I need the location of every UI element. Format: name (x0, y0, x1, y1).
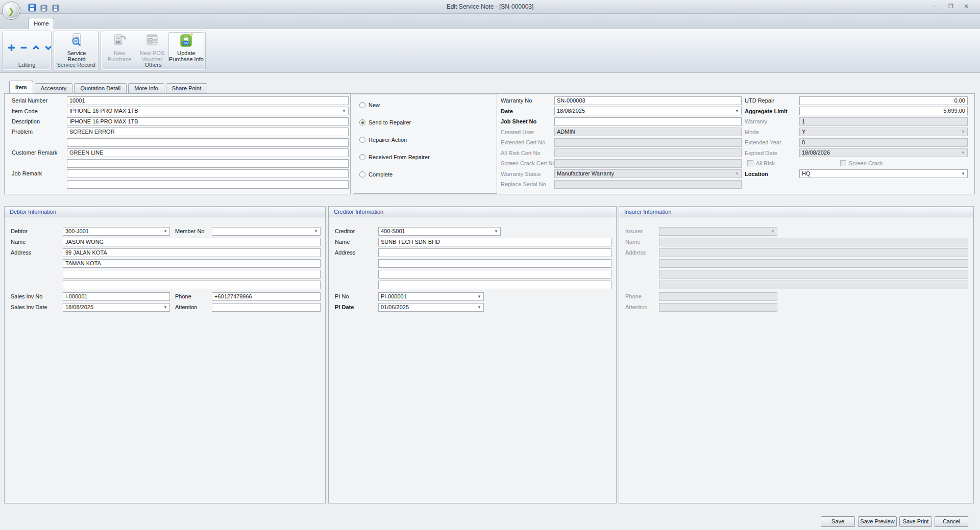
debtor-phone-input[interactable]: +60127479966 (212, 292, 321, 301)
minimize-icon[interactable]: – (930, 2, 941, 11)
radio-icon[interactable] (359, 137, 365, 143)
remove-icon[interactable] (18, 42, 29, 53)
job-remark-input[interactable] (67, 169, 349, 178)
restore-icon[interactable]: ❐ (945, 2, 957, 11)
pi-no-combo[interactable]: PI-000001▼ (378, 292, 484, 301)
job-sheet-no-input[interactable] (554, 117, 742, 126)
extended-year-label: Extended Year (745, 139, 781, 146)
creditor-combo[interactable]: 400-S001▼ (378, 227, 501, 236)
debtor-address-input-4[interactable] (63, 281, 321, 289)
customer-remark-input[interactable]: GREEN LINE (67, 148, 349, 157)
add-icon[interactable] (6, 42, 16, 53)
date-picker[interactable]: 18/08/2025▼ (554, 107, 742, 115)
previous-record-icon[interactable] (31, 42, 41, 53)
service-record-button[interactable]: Service Record (60, 33, 93, 62)
save-button[interactable]: Save (821, 516, 855, 527)
status-option-label: Send to Repairer (369, 119, 411, 125)
insurer-phone-input (659, 292, 777, 301)
utd-repair-label: UTD Repair (745, 97, 774, 105)
save-icon[interactable] (28, 3, 37, 12)
problem-input[interactable]: SCREEN ERROR (67, 128, 349, 136)
tab-item[interactable]: Item (9, 81, 33, 93)
job-remark-input-2[interactable] (67, 180, 349, 189)
tab-more-info[interactable]: More Info (128, 83, 164, 93)
debtor-name-label: Name (11, 238, 26, 246)
application-menu-button[interactable]: ❯ (2, 2, 20, 20)
chevron-down-icon: ▼ (734, 170, 740, 178)
chevron-down-icon[interactable]: ▼ (341, 107, 347, 115)
chevron-down-icon[interactable]: ▼ (162, 304, 168, 311)
chevron-down-icon: ▼ (770, 228, 776, 235)
status-option-received-from-repairer[interactable]: Received From Repairer (359, 154, 430, 161)
close-icon[interactable]: ✕ (961, 2, 972, 11)
chevron-down-icon: ▼ (960, 128, 966, 136)
chevron-down-icon[interactable]: ▼ (476, 304, 482, 311)
status-option-new[interactable]: New (359, 102, 380, 109)
creditor-name-input[interactable]: SUNB TECH SDN BHD (378, 238, 611, 246)
creditor-address-input-4[interactable] (378, 281, 611, 289)
creditor-address-input-3[interactable] (378, 270, 611, 279)
ribbon-tab-home[interactable]: Home (29, 18, 54, 29)
problem-input-2[interactable] (67, 138, 349, 147)
debtor-address-input-1[interactable]: 99 JALAN KOTA (63, 248, 321, 257)
chevron-down-icon[interactable]: ▼ (313, 228, 319, 235)
debtor-panel-title: Debtor Information (5, 207, 325, 217)
save-print-button[interactable]: Save Print (899, 516, 932, 527)
new-pos-voucher-button: S New POS Voucher (136, 33, 168, 62)
ribbon-tab-row: Home (0, 14, 980, 29)
update-purchase-info-button[interactable]: INV Update Purchase Info (168, 32, 204, 63)
debtor-combo[interactable]: 300-J001▼ (63, 227, 170, 236)
quick-access-toolbar (28, 3, 60, 12)
save-preview-button[interactable]: Save Preview (858, 516, 897, 527)
save-new-icon[interactable] (51, 3, 60, 12)
chevron-down-icon[interactable]: ▼ (162, 228, 168, 235)
location-combo[interactable]: HQ▼ (799, 169, 968, 178)
debtor-attention-input[interactable] (212, 303, 321, 312)
description-label: Description (12, 118, 40, 125)
new-pos-voucher-label: New POS Voucher (136, 50, 168, 62)
radio-checked-icon[interactable] (359, 119, 365, 125)
member-no-combo[interactable]: ▼ (212, 227, 321, 236)
status-option-complete[interactable]: Complete (359, 171, 393, 178)
radio-icon[interactable] (359, 171, 365, 178)
item-form: Serial Number Item Code Description Prob… (4, 93, 975, 194)
description-input[interactable]: IPHONE 16 PRO MAX 1TB (67, 117, 349, 126)
utd-repair-input[interactable]: 0.00 (799, 96, 968, 105)
tab-quotation-detail[interactable]: Quotation Detail (74, 83, 127, 93)
radio-icon[interactable] (359, 154, 365, 160)
warranty-no-input[interactable]: SN-000003 (554, 96, 742, 105)
radio-icon[interactable] (359, 102, 365, 108)
debtor-attention-label: Attention (175, 304, 197, 311)
creditor-address-input-2[interactable] (378, 259, 611, 268)
item-code-combo[interactable]: IPHONE 16 PRO MAX 1TB▼ (67, 107, 349, 115)
next-record-icon[interactable] (43, 42, 53, 53)
pi-date-picker[interactable]: 01/06/2025▼ (378, 303, 484, 312)
save-close-icon[interactable] (39, 3, 48, 12)
chevron-down-icon[interactable]: ▼ (960, 170, 966, 178)
screen-crack-label: Screen Crack (849, 160, 883, 167)
debtor-name-input[interactable]: JASON WONG (63, 238, 321, 246)
cancel-button[interactable]: Cancel (935, 516, 968, 527)
chevron-down-icon[interactable]: ▼ (476, 293, 482, 300)
chevron-down-icon[interactable]: ▼ (734, 107, 740, 115)
status-option-send-to-repairer[interactable]: Send to Repairer (359, 119, 411, 126)
screen-crack-cert-no-input (554, 159, 742, 168)
sales-inv-date-picker[interactable]: 18/08/2025▼ (63, 303, 170, 312)
customer-remark-input-2[interactable] (67, 159, 349, 168)
aggregate-limit-input[interactable]: 5,699.00 (799, 107, 968, 115)
chevron-down-icon[interactable]: ▼ (493, 228, 499, 235)
tab-accessory[interactable]: Accessory (35, 83, 73, 93)
customer-remark-label: Customer Remark (12, 149, 57, 157)
svg-text:S: S (150, 39, 152, 43)
tab-share-point[interactable]: Share Point (166, 83, 207, 93)
sales-inv-no-input[interactable]: I-000001 (63, 292, 170, 301)
insurer-name-label: Name (625, 238, 640, 246)
status-option-repairer-action[interactable]: Repairer Action (359, 136, 407, 143)
replace-serial-no-input (554, 180, 742, 189)
serial-number-input[interactable]: 10001 (67, 96, 349, 105)
debtor-address-input-2[interactable]: TAMAN KOTA (63, 259, 321, 268)
job-remark-label: Job Remark (12, 170, 42, 178)
insurer-attention-input (659, 303, 777, 312)
debtor-address-input-3[interactable] (63, 270, 321, 279)
creditor-address-input-1[interactable] (378, 248, 611, 257)
